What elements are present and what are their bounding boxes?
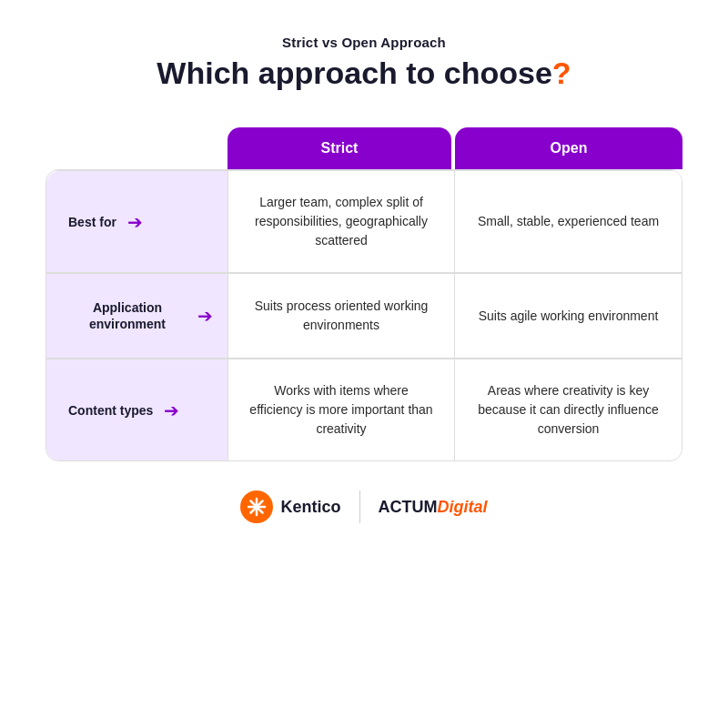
column-headers: Strict Open <box>46 127 682 169</box>
kentico-text: Kentico <box>280 498 340 517</box>
col-header-empty <box>46 127 228 169</box>
row-cell-open-best-for: Small, stable, experienced team <box>455 171 682 273</box>
table-row: Content types ➔ Works with items where e… <box>46 359 682 460</box>
col-header-open: Open <box>455 127 682 169</box>
arrow-icon-content: ➔ <box>164 399 179 421</box>
kentico-icon <box>240 490 273 523</box>
subtitle: Strict vs Open Approach <box>157 35 571 50</box>
actum-black-text: ACTUM <box>379 498 438 516</box>
row-label-best-for: Best for <box>68 214 116 230</box>
row-label-cell-best-for: Best for ➔ <box>46 171 228 273</box>
comparison-table: Strict Open Best for ➔ Larger team, comp… <box>46 127 682 461</box>
actum-orange-text: Digital <box>438 498 488 516</box>
actum-logo: ACTUMDigital <box>379 498 488 517</box>
arrow-icon-best-for: ➔ <box>127 211 143 233</box>
kentico-svg-icon <box>247 497 267 517</box>
row-label-cell-app-env: Application environment ➔ <box>46 274 228 359</box>
footer: Kentico ACTUMDigital <box>240 490 487 523</box>
question-mark: ? <box>552 56 571 90</box>
row-label-content: Content types <box>68 402 153 419</box>
table-rows: Best for ➔ Larger team, complex split of… <box>46 170 682 460</box>
row-label-cell-content: Content types ➔ <box>46 359 228 460</box>
row-cell-strict-content: Works with items where efficiency is mor… <box>228 359 455 460</box>
table-row: Best for ➔ Larger team, complex split of… <box>46 170 682 273</box>
row-cell-open-app-env: Suits agile working environment <box>455 274 682 359</box>
footer-divider <box>359 490 360 523</box>
col-header-strict: Strict <box>228 127 451 169</box>
table-row: Application environment ➔ Suits process … <box>46 273 682 359</box>
main-title: Which approach to choose? <box>157 56 571 91</box>
row-cell-open-content: Areas where creativity is key because it… <box>455 359 682 460</box>
header: Strict vs Open Approach Which approach t… <box>138 0 589 100</box>
row-label-app-env: Application environment <box>68 299 187 332</box>
table-body: Best for ➔ Larger team, complex split of… <box>46 169 682 461</box>
row-cell-strict-best-for: Larger team, complex split of responsibi… <box>228 171 455 273</box>
row-cell-strict-app-env: Suits process oriented working environme… <box>228 274 455 359</box>
arrow-icon-app-env: ➔ <box>197 305 213 327</box>
kentico-logo: Kentico <box>240 490 340 523</box>
title-text: Which approach to choose <box>157 56 551 90</box>
